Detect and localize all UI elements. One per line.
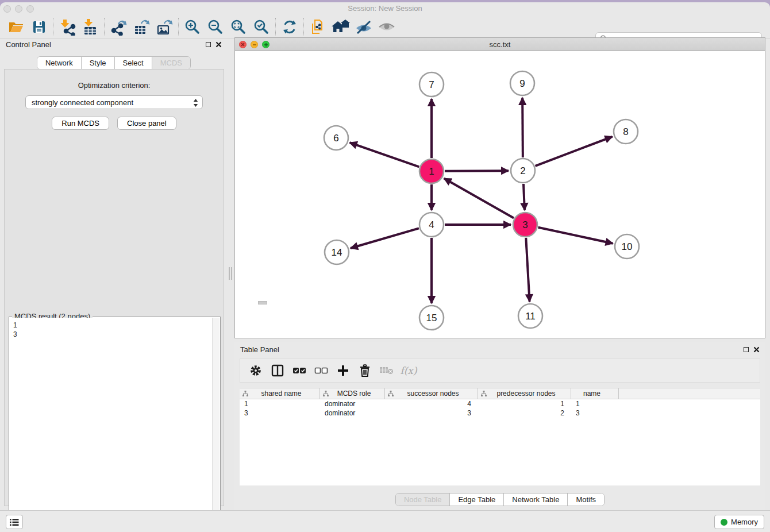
graph-node-10[interactable]: 10 [615,234,639,259]
result-scrollbar[interactable] [212,318,220,529]
task-history-button[interactable] [6,515,23,529]
graph-node-15[interactable]: 15 [419,306,444,330]
close-panel-icon[interactable] [215,41,222,48]
select-all-icon[interactable] [290,361,309,380]
column-header-shared-name[interactable]: shared name [240,388,320,399]
graph-edge-1-2[interactable] [445,171,509,171]
table-tab-network-table[interactable]: Network Table [504,494,568,506]
close-panel-button[interactable]: Close panel [117,117,176,130]
table-cell[interactable]: 1 [240,399,320,408]
table-tab-motifs[interactable]: Motifs [568,494,604,506]
tab-network[interactable]: Network [37,57,82,69]
graph-node-14[interactable]: 14 [325,240,349,264]
table-cell[interactable]: 3 [571,408,619,418]
export-image-icon[interactable] [153,17,176,37]
column-header-predecessor-nodes[interactable]: predecessor nodes [478,388,571,399]
graph-edge-3-10[interactable] [538,228,613,244]
graph-node-9[interactable]: 9 [510,71,534,95]
table-cell[interactable]: dominator [320,408,385,418]
graph-node-4[interactable]: 4 [419,213,444,237]
graph-node-7[interactable]: 7 [419,72,444,97]
home-network-icon[interactable] [329,17,352,37]
graph-node-3[interactable]: 3 [513,213,537,237]
table-row[interactable]: 1dominator411 [240,399,760,408]
open-session-icon[interactable] [5,17,28,37]
svg-text:6: 6 [333,133,338,144]
toolbar-divider [178,18,179,36]
network-canvas[interactable]: 7968124314101511 [235,51,765,338]
graph-node-6[interactable]: 6 [324,126,348,150]
memory-label: Memory [731,518,758,526]
splitter-grip[interactable] [229,267,232,280]
memory-button[interactable]: Memory [714,515,764,529]
table-cell[interactable]: 3 [240,408,320,418]
column-header-name[interactable]: name [571,388,619,399]
table-cell[interactable]: 3 [385,408,478,418]
table-tabs: Node TableEdge TableNetwork TableMotifs [395,493,605,506]
run-mcds-button[interactable]: Run MCDS [52,117,109,130]
tab-style[interactable]: Style [82,57,115,69]
column-layout-icon[interactable] [268,361,287,380]
horizontal-splitter-grip[interactable] [258,301,267,304]
graph-node-2[interactable]: 2 [511,159,535,183]
graph-edge-4-14[interactable] [351,228,419,248]
graph-edge-3-11[interactable] [526,238,529,302]
table-settings-icon[interactable] [246,361,265,380]
panel-splitter[interactable] [228,37,234,510]
graph-node-11[interactable]: 11 [518,304,542,328]
export-network-icon[interactable] [107,17,130,37]
tab-select[interactable]: Select [115,57,152,69]
svg-text:1: 1 [429,166,434,177]
tab-mcds[interactable]: MCDS [152,57,190,69]
zoom-out-icon[interactable] [204,17,227,37]
zoom-fit-icon[interactable] [227,17,250,37]
table-panel-title: Table Panel [240,345,279,354]
session-title: Session: New Session [0,4,770,13]
float-table-panel-icon[interactable] [744,347,749,352]
column-tree-icon [480,390,487,397]
column-tree-icon [242,390,249,397]
table-cell[interactable]: 4 [385,399,478,408]
clone-network-icon[interactable] [306,17,329,37]
delete-column-icon[interactable] [355,361,375,380]
save-session-icon[interactable] [28,17,51,37]
function-builder-icon[interactable]: f(x) [399,361,418,380]
show-all-icon[interactable] [375,17,398,37]
criterion-dropdown[interactable]: strongly connected component [25,95,203,109]
graph-node-8[interactable]: 8 [614,119,638,144]
column-label: predecessor nodes [487,390,571,398]
table-row[interactable]: 3dominator323 [240,408,760,418]
delete-table-icon[interactable] [377,361,396,380]
table-cell[interactable]: 1 [478,399,571,408]
table-cell[interactable]: 2 [478,408,571,418]
deselect-all-icon[interactable] [311,361,331,380]
graph-node-1[interactable]: 1 [419,159,444,183]
close-table-panel-icon[interactable] [753,346,760,353]
graph-edge-1-6[interactable] [350,142,419,167]
graph-edge-3-1[interactable] [444,178,514,218]
zoom-in-icon[interactable] [181,17,204,37]
table-cell[interactable]: 1 [571,399,619,408]
column-header-MCDS-role[interactable]: MCDS role [320,388,385,399]
memory-status-icon [721,519,727,526]
import-table-icon[interactable] [79,17,102,37]
add-column-icon[interactable] [333,361,353,380]
graph-edge-2-8[interactable] [536,137,613,166]
graph-edge-2-3[interactable] [523,184,525,210]
application-window: Session: New Session [0,2,770,532]
zoom-selected-icon[interactable] [250,17,273,37]
graph-edge-2-9[interactable] [522,98,523,157]
export-table-icon[interactable] [130,17,153,37]
table-tab-edge-table[interactable]: Edge Table [450,494,504,506]
column-header-successor-nodes[interactable]: successor nodes [385,388,478,399]
table-cell[interactable]: dominator [320,399,385,408]
float-panel-icon[interactable] [206,42,211,47]
criterion-value: strongly connected component [32,98,133,107]
table-tab-node-table[interactable]: Node Table [396,494,451,506]
toolbar-divider [104,18,105,36]
network-window-titlebar[interactable]: scc.txt [235,38,765,51]
hide-selected-icon[interactable] [352,17,375,37]
import-network-icon[interactable] [56,17,79,37]
refresh-layout-icon[interactable] [278,17,301,37]
mcds-result-list[interactable]: 13 [10,318,211,529]
